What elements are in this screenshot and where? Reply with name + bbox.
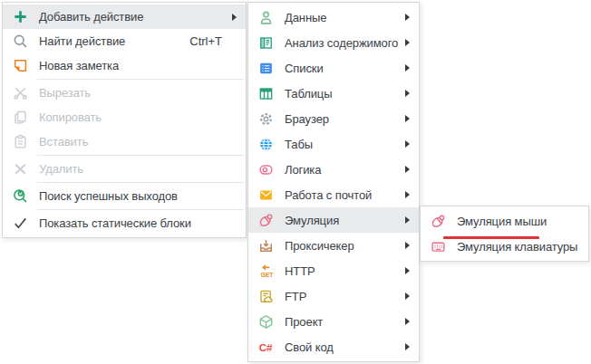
menu-item-label: Свой код (285, 340, 400, 354)
menu-item-label: FTP (285, 290, 400, 303)
menu-item-new-note[interactable]: Новая заметка (3, 53, 246, 78)
menu-item-label: Списки (285, 62, 400, 75)
toggle-icon (257, 162, 274, 177)
menu-item-label: Копировать (39, 110, 237, 124)
menu-item-find-success-exits[interactable]: Поиск успешных выходов (3, 184, 246, 208)
menu-item-browser[interactable]: Браузер (248, 106, 419, 131)
globe-icon (257, 137, 274, 152)
mouse-icon (257, 213, 274, 228)
menu-item-label: Добавить действие (39, 10, 227, 24)
separator (37, 79, 244, 80)
gear-icon (257, 111, 274, 127)
menu-item-ftp[interactable]: FTP (248, 283, 419, 309)
menu-item-copy[interactable]: Копировать (3, 105, 246, 129)
menu-item-label: Найти действие (39, 34, 189, 48)
menu-item-lists[interactable]: Списки (248, 55, 419, 81)
menu-item-paste[interactable]: Вставить (3, 129, 246, 154)
screenshot-canvas: { "colors": { "accent_green": "#1d9d74",… (0, 0, 591, 364)
csharp-icon-text: C# (258, 341, 272, 353)
submenu-arrow-icon (405, 166, 410, 173)
red-underline-annotation (443, 236, 539, 239)
context-menu-main: Добавить действие Найти действие Ctrl+T … (2, 2, 247, 238)
submenu-arrow-icon (405, 14, 410, 21)
separator (37, 182, 244, 183)
menu-item-label: Таблицы (285, 87, 400, 101)
separator (37, 209, 244, 210)
search-success-icon (12, 188, 28, 204)
menu-item-label: Вставить (39, 135, 237, 148)
check-icon (12, 216, 28, 231)
menu-item-label: Проксичекер (285, 239, 400, 253)
separator (37, 155, 244, 156)
menu-item-logic[interactable]: Логика (248, 157, 419, 182)
plus-icon (12, 9, 28, 24)
copy-icon (12, 110, 28, 125)
menu-item-proxychecker[interactable]: Проксичекер (248, 233, 419, 258)
submenu-arrow-icon (405, 115, 410, 122)
menu-item-content-analysis[interactable]: Анализ содержимого (248, 30, 419, 55)
submenu-emulation: Эмуляция мыши Эмуляция клавиатуры (420, 206, 589, 262)
csharp-icon: C# (257, 340, 274, 355)
menu-item-label: Поиск успешных выходов (39, 189, 237, 203)
menu-item-label: Удалить (39, 162, 237, 176)
menu-item-label: Логика (285, 163, 400, 177)
menu-item-label: Эмуляция клавиатуры (457, 240, 579, 254)
menu-item-label: Показать статические блоки (39, 216, 237, 230)
menu-item-label: Анализ содержимого (285, 36, 400, 50)
menu-item-custom-code[interactable]: C# Свой код (248, 334, 419, 359)
list-icon (257, 61, 274, 76)
submenu-arrow-icon (405, 318, 410, 325)
content-analysis-icon (257, 35, 274, 51)
proxychecker-icon (257, 238, 274, 254)
search-icon (12, 34, 28, 49)
menu-item-label: Табы (285, 138, 400, 151)
submenu-arrow-icon (405, 292, 410, 300)
note-icon (12, 58, 28, 73)
menu-item-cut[interactable]: Вырезать (3, 81, 246, 105)
menu-item-tables[interactable]: Таблицы (248, 81, 419, 106)
menu-item-label: Проект (285, 315, 400, 329)
keyboard-icon (430, 239, 446, 254)
menu-item-project[interactable]: Проект (248, 309, 419, 334)
submenu-arrow-icon (405, 140, 410, 148)
menu-item-http[interactable]: GET HTTP (248, 258, 419, 283)
submenu-arrow-icon (405, 39, 410, 46)
delete-x-icon (12, 161, 28, 177)
menu-item-label: Браузер (285, 112, 400, 126)
ftp-icon (257, 289, 274, 304)
menu-item-label: Вырезать (39, 86, 237, 100)
http-get-icon-text: GET (260, 271, 273, 277)
menu-item-delete[interactable]: Удалить (3, 157, 246, 181)
table-icon (257, 86, 274, 101)
menu-item-data[interactable]: Данные (248, 5, 419, 30)
submenu-arrow-icon (405, 267, 410, 274)
scissors-icon (12, 85, 28, 101)
submenu-arrow-icon (405, 64, 410, 72)
menu-item-label: HTTP (285, 264, 400, 278)
menu-item-tabs[interactable]: Табы (248, 131, 419, 157)
menu-item-mouse-emulation[interactable]: Эмуляция мыши (421, 208, 588, 234)
http-get-icon: GET (257, 263, 274, 279)
cube-icon (257, 314, 274, 330)
paste-icon (12, 134, 28, 149)
menu-item-label: Эмуляция (285, 214, 400, 227)
submenu-arrow-icon (232, 14, 237, 21)
menu-item-emulation[interactable]: Эмуляция (248, 207, 419, 233)
menu-item-add-action[interactable]: Добавить действие (3, 5, 246, 29)
submenu-arrow-icon (405, 216, 410, 224)
submenu-arrow-icon (405, 242, 410, 249)
menu-item-show-static-blocks[interactable]: Показать статические блоки (3, 211, 246, 235)
submenu-arrow-icon (405, 191, 410, 198)
menu-item-find-action[interactable]: Найти действие Ctrl+T (3, 29, 246, 53)
menu-item-label: Эмуляция мыши (457, 215, 579, 228)
shortcut-label: Ctrl+T (189, 34, 222, 48)
menu-item-label: Новая заметка (39, 59, 237, 72)
menu-item-label: Работа с почтой (285, 188, 400, 202)
person-icon (257, 10, 274, 25)
menu-item-email[interactable]: Работа с почтой (248, 182, 419, 207)
menu-item-label: Данные (285, 11, 400, 24)
mouse-icon (430, 214, 446, 229)
submenu-arrow-icon (405, 90, 410, 97)
submenu-add-action: Данные Анализ содержимого Списки Таблицы… (247, 2, 420, 362)
submenu-arrow-icon (405, 343, 410, 350)
